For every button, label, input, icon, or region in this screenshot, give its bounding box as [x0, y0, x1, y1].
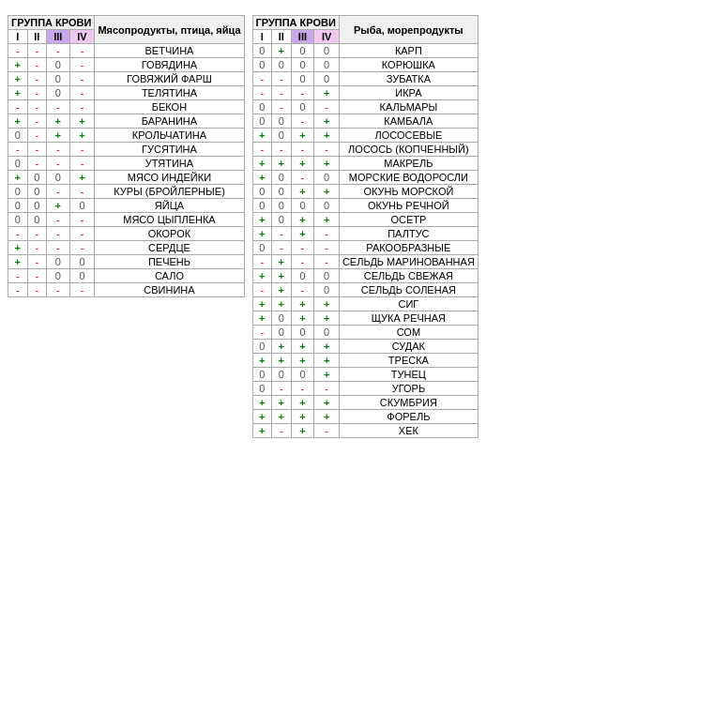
cell-val: +	[314, 114, 340, 129]
table-row: ----ОКОРОК	[8, 227, 245, 241]
cell-val: 0	[46, 255, 69, 269]
cell-val: -	[69, 227, 95, 241]
cell-val: -	[46, 143, 69, 157]
table-row: 0---УТЯТИНА	[8, 157, 245, 171]
cell-val: +	[252, 424, 272, 438]
col-header-ii: II	[27, 30, 46, 44]
cell-val: -	[8, 283, 28, 297]
cell-val: -	[27, 72, 46, 86]
cell-val: 0	[8, 185, 28, 199]
food-name: РАКООБРАЗНЫЕ	[339, 241, 478, 255]
cell-val: 0	[46, 269, 69, 283]
cell-val: 0	[314, 72, 340, 86]
cell-val: -	[8, 143, 28, 157]
table-row: --00ЗУБАТКА	[252, 72, 478, 86]
food-name: КАЛЬМАРЫ	[339, 100, 478, 114]
cell-val: 0	[291, 326, 314, 340]
cell-val: -	[46, 44, 69, 58]
cell-val: 0	[272, 368, 292, 382]
cell-val: 0	[252, 199, 272, 213]
cell-val: 0	[272, 326, 292, 340]
food-name: ИКРА	[339, 86, 478, 100]
cell-val: -	[291, 171, 314, 185]
cell-val: -	[69, 241, 95, 255]
cell-val: +	[8, 171, 28, 185]
food-name: ЩУКА РЕЧНАЯ	[339, 311, 478, 326]
cell-val: +	[314, 129, 340, 143]
cell-val: 0	[252, 241, 272, 255]
food-name: МОРСКИЕ ВОДОРОСЛИ	[339, 171, 478, 185]
cell-val: 0	[291, 100, 314, 114]
table-row: ++00СЕЛЬДЬ СВЕЖАЯ	[252, 269, 478, 283]
cell-val: +	[314, 213, 340, 227]
cell-val: +	[291, 185, 314, 199]
cell-val: +	[291, 340, 314, 354]
cell-val: 0	[27, 171, 46, 185]
cell-val: -	[8, 269, 28, 283]
cell-val: 0	[8, 157, 28, 171]
cell-val: -	[252, 143, 272, 157]
table-row: ----ВЕТЧИНА	[8, 44, 245, 58]
table-row: 000+ТУНЕЦ	[252, 368, 478, 382]
table-row: -+-0СЕЛЬДЬ СОЛЕНАЯ	[252, 283, 478, 297]
table-row: 00--КУРЫ (БРОЙЛЕРНЫЕ)	[8, 185, 245, 199]
cell-val: -	[272, 241, 292, 255]
cell-val: -	[27, 86, 46, 100]
cell-val: -	[27, 114, 46, 129]
food-name: ПАЛТУС	[339, 227, 478, 241]
cell-val: 0	[8, 199, 28, 213]
cell-val: 0	[252, 185, 272, 199]
cell-val: -	[46, 283, 69, 297]
table-row: +0++ОСЕТР	[252, 213, 478, 227]
cell-val: -	[291, 143, 314, 157]
table-row: 0000КОРЮШКА	[252, 58, 478, 72]
cell-val: +	[272, 255, 292, 269]
cell-val: -	[272, 86, 292, 100]
food-name: ФОРЕЛЬ	[339, 410, 478, 424]
cell-val: -	[27, 157, 46, 171]
cell-val: 0	[272, 213, 292, 227]
cell-val: -	[272, 100, 292, 114]
cell-val: 0	[291, 72, 314, 86]
food-name: ГУСЯТИНА	[95, 143, 244, 157]
table-row: ----ГУСЯТИНА	[8, 143, 245, 157]
food-name: ОСЕТР	[339, 213, 478, 227]
table1-wrapper: ГРУППА КРОВИМясопродукты, птица, яйцаIII…	[8, 15, 245, 438]
food-name: СЕЛЬДЬ СВЕЖАЯ	[339, 269, 478, 283]
table-row: +-00ПЕЧЕНЬ	[8, 255, 245, 269]
food-name: МАКРЕЛЬ	[339, 157, 478, 171]
table-row: --00САЛО	[8, 269, 245, 283]
food-name: МЯСО ИНДЕЙКИ	[95, 171, 244, 185]
cell-val: +	[291, 129, 314, 143]
cell-val: -	[46, 157, 69, 171]
table-row: +-++БАРАНИНА	[8, 114, 245, 129]
cell-val: 0	[272, 185, 292, 199]
food-name: ТЕЛЯТИНА	[95, 86, 244, 100]
table-row: +-0-ГОВЯЖИЙ ФАРШ	[8, 72, 245, 86]
col-header-iii: III	[291, 30, 314, 44]
cell-val: 0	[291, 368, 314, 382]
cell-val: +	[314, 157, 340, 171]
cell-val: 0	[69, 199, 95, 213]
food-name: СЕРДЦЕ	[95, 241, 244, 255]
cell-val: -	[252, 283, 272, 297]
cell-val: -	[69, 143, 95, 157]
food-name: САЛО	[95, 269, 244, 283]
cell-val: +	[291, 157, 314, 171]
cell-val: 0	[46, 171, 69, 185]
food-name: УГОРЬ	[339, 382, 478, 396]
group-header: ГРУППА КРОВИ	[8, 16, 95, 30]
cell-val: +	[252, 269, 272, 283]
cell-val: 0	[272, 58, 292, 72]
cell-val: +	[69, 171, 95, 185]
cell-val: +	[291, 227, 314, 241]
cell-val: -	[27, 129, 46, 143]
food-name: СЕЛЬДЬ МАРИНОВАННАЯ	[339, 255, 478, 269]
table-row: ----СВИНИНА	[8, 283, 245, 297]
cell-val: +	[252, 354, 272, 368]
food-name: СВИНИНА	[95, 283, 244, 297]
table-row: 0000ОКУНЬ РЕЧНОЙ	[252, 199, 478, 213]
table-row: +-+-ХЕК	[252, 424, 478, 438]
cell-val: 0	[252, 100, 272, 114]
cell-val: -	[69, 100, 95, 114]
